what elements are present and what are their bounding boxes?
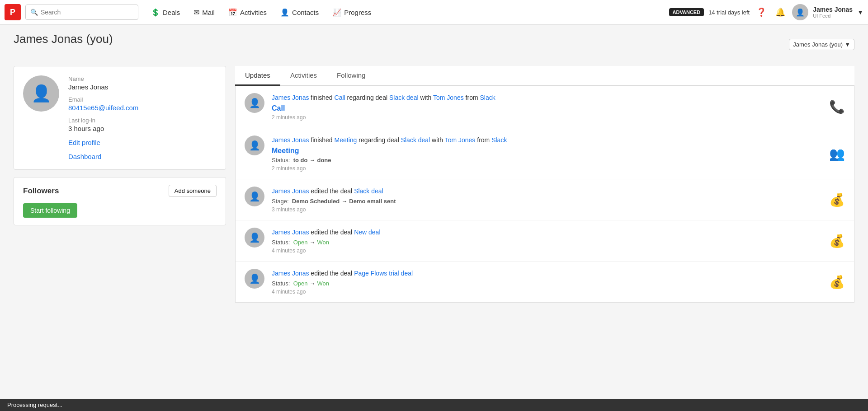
feed-item: 👤 James Jonas edited the deal Slack deal… bbox=[236, 179, 854, 220]
feed-actor[interactable]: James Jonas bbox=[272, 270, 309, 277]
nav-item-progress[interactable]: 📈Progress bbox=[326, 5, 377, 20]
feed-header: James Jonas edited the deal Slack deal bbox=[272, 187, 822, 196]
left-panel: 👤 Name James Jonas Email 80415e65@uifeed… bbox=[14, 66, 226, 225]
dashboard-link[interactable]: Dashboard bbox=[68, 153, 217, 160]
feed-time: 4 minutes ago bbox=[272, 248, 822, 254]
feed-content: James Jonas edited the deal Slack deal S… bbox=[272, 187, 822, 213]
profile-avatar: 👤 bbox=[23, 75, 59, 112]
feed-deal[interactable]: New deal bbox=[354, 229, 380, 236]
feed-item: 👤 James Jonas finished Call regarding de… bbox=[236, 86, 854, 128]
feed-type-icon: 💰 bbox=[829, 192, 845, 207]
feed-actor[interactable]: James Jonas bbox=[272, 187, 309, 195]
topnav: P 🔍 💲Deals✉Mail📅Activities👤Contacts📈Prog… bbox=[0, 0, 868, 25]
page-wrapper: 👤 Name James Jonas Email 80415e65@uifeed… bbox=[0, 57, 868, 312]
feed-source[interactable]: Slack bbox=[480, 94, 495, 101]
name-label: Name bbox=[68, 75, 217, 82]
email-value[interactable]: 80415e65@uifeed.com bbox=[68, 104, 217, 112]
feed-source[interactable]: Slack bbox=[491, 136, 507, 144]
deals-icon: 💲 bbox=[151, 8, 160, 17]
feed-time: 2 minutes ago bbox=[272, 114, 822, 121]
feed-item: 👤 James Jonas edited the deal Page Flows… bbox=[236, 262, 854, 302]
feed-avatar: 👤 bbox=[245, 135, 264, 155]
feed-avatar: 👤 bbox=[245, 228, 264, 248]
activities-icon: 📅 bbox=[228, 8, 237, 17]
feed-deal[interactable]: Slack deal bbox=[389, 94, 419, 101]
feed-actor[interactable]: James Jonas bbox=[272, 94, 309, 101]
name-value: James Jonas bbox=[68, 83, 217, 91]
feed-contact[interactable]: Tom Jones bbox=[445, 136, 476, 144]
user-avatar[interactable]: 👤 bbox=[792, 4, 808, 20]
feed-action-type[interactable]: Meeting bbox=[335, 136, 357, 144]
feed-status: Status: Open→Won bbox=[272, 280, 822, 287]
edit-profile-link[interactable]: Edit profile bbox=[68, 139, 217, 146]
nav-item-contacts[interactable]: 👤Contacts bbox=[274, 5, 325, 20]
feed-deal[interactable]: Slack deal bbox=[354, 187, 383, 195]
feed-item: 👤 James Jonas finished Meeting regarding… bbox=[236, 128, 854, 179]
user-sub: UI Feed bbox=[813, 13, 853, 19]
feed-header: James Jonas edited the deal Page Flows t… bbox=[272, 269, 822, 278]
user-select-label: James Jonas (you) bbox=[793, 41, 843, 48]
nav-label-progress: Progress bbox=[344, 9, 371, 16]
help-button[interactable]: ❓ bbox=[754, 5, 769, 19]
search-bar[interactable]: 🔍 bbox=[25, 5, 138, 20]
nav-label-activities: Activities bbox=[240, 9, 267, 16]
feed-status: Status: to do→done bbox=[272, 157, 822, 163]
feed-time: 3 minutes ago bbox=[272, 206, 822, 213]
content-layout: 👤 Name James Jonas Email 80415e65@uifeed… bbox=[14, 66, 854, 303]
nav-label-deals: Deals bbox=[163, 9, 180, 16]
last-login-value: 3 hours ago bbox=[68, 125, 217, 132]
mail-icon: ✉ bbox=[193, 8, 199, 17]
feed-deal[interactable]: Slack deal bbox=[401, 136, 430, 144]
notifications-button[interactable]: 🔔 bbox=[773, 5, 788, 19]
user-select-icon: ▼ bbox=[844, 41, 850, 48]
email-label: Email bbox=[68, 96, 217, 103]
feed-avatar: 👤 bbox=[245, 187, 264, 206]
start-following-button[interactable]: Start following bbox=[23, 203, 77, 218]
app-logo: P bbox=[5, 4, 21, 20]
trial-text: 14 trial days left bbox=[708, 9, 750, 16]
trial-badge: ADVANCED bbox=[669, 8, 704, 16]
feed-header: James Jonas edited the deal New deal bbox=[272, 228, 822, 237]
feed-actor[interactable]: James Jonas bbox=[272, 136, 309, 144]
feed-deal[interactable]: Page Flows trial deal bbox=[354, 270, 413, 277]
followers-title: Followers bbox=[23, 187, 59, 196]
feed-type-icon: 👥 bbox=[829, 146, 845, 161]
progress-icon: 📈 bbox=[332, 8, 341, 17]
feed-content: James Jonas finished Meeting regarding d… bbox=[272, 135, 822, 172]
feed-activity-title[interactable]: Call bbox=[272, 104, 822, 112]
feed-actor[interactable]: James Jonas bbox=[272, 229, 309, 236]
nav-item-deals[interactable]: 💲Deals bbox=[145, 5, 186, 20]
feed-time: 4 minutes ago bbox=[272, 289, 822, 295]
tab-updates[interactable]: Updates bbox=[235, 66, 280, 86]
feed-type-icon: 💰 bbox=[829, 275, 845, 290]
followers-section: Followers Add someone Start following bbox=[14, 177, 226, 225]
feed-content: James Jonas finished Call regarding deal… bbox=[272, 93, 822, 121]
feed-activity-title[interactable]: Meeting bbox=[272, 147, 822, 155]
nav-label-contacts: Contacts bbox=[292, 9, 319, 16]
followers-header: Followers Add someone bbox=[23, 185, 217, 197]
feed-container: 👤 James Jonas finished Call regarding de… bbox=[235, 86, 854, 303]
profile-card: 👤 Name James Jonas Email 80415e65@uifeed… bbox=[14, 66, 226, 170]
search-icon: 🔍 bbox=[30, 9, 38, 16]
page-title: James Jonas (you) bbox=[14, 32, 113, 46]
tab-following[interactable]: Following bbox=[327, 66, 375, 86]
nav-item-activities[interactable]: 📅Activities bbox=[222, 5, 273, 20]
search-input[interactable] bbox=[41, 9, 133, 16]
feed-contact[interactable]: Tom Jones bbox=[433, 94, 464, 101]
user-info[interactable]: James Jonas UI Feed bbox=[813, 6, 853, 19]
user-dropdown-icon: ▼ bbox=[857, 9, 863, 16]
last-login-label: Last log-in bbox=[68, 117, 217, 124]
feed-item: 👤 James Jonas edited the deal New deal S… bbox=[236, 220, 854, 262]
add-someone-button[interactable]: Add someone bbox=[169, 185, 217, 197]
feed-time: 2 minutes ago bbox=[272, 165, 822, 172]
user-select-dropdown[interactable]: James Jonas (you) ▼ bbox=[789, 39, 854, 50]
contacts-icon: 👤 bbox=[280, 8, 289, 17]
right-panel: UpdatesActivitiesFollowing 👤 James Jonas… bbox=[235, 66, 854, 303]
tab-activities[interactable]: Activities bbox=[280, 66, 327, 86]
feed-type-icon: 💰 bbox=[829, 234, 845, 248]
profile-details: Name James Jonas Email 80415e65@uifeed.c… bbox=[68, 75, 217, 160]
feed-action-type[interactable]: Call bbox=[335, 94, 345, 101]
feed-content: James Jonas edited the deal Page Flows t… bbox=[272, 269, 822, 295]
nav-item-mail[interactable]: ✉Mail bbox=[187, 5, 221, 20]
nav-right: ADVANCED 14 trial days left ❓ 🔔 👤 James … bbox=[669, 4, 863, 20]
